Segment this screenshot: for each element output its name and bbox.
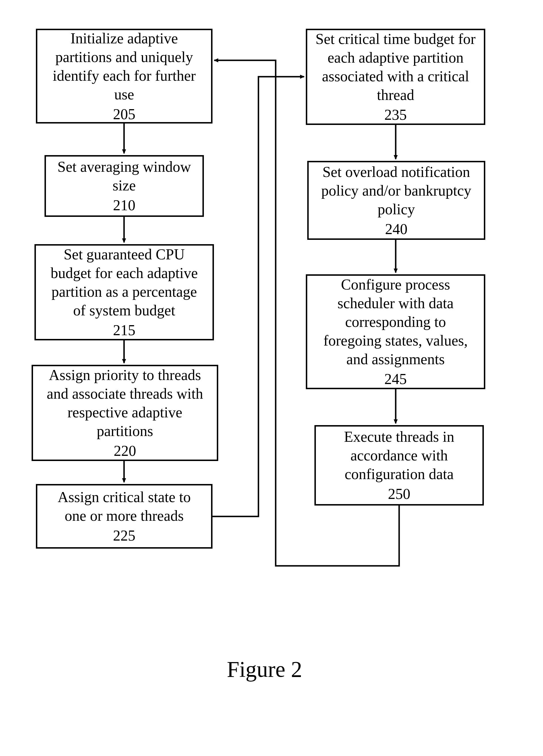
box-245-text: Configure process scheduler with data co… (315, 275, 476, 369)
box-205: Initialize adaptive partitions and uniqu… (36, 29, 212, 124)
box-220-text: Assign priority to threads and associate… (41, 366, 209, 440)
box-210-ref: 210 (113, 196, 136, 215)
box-225: Assign critical state to one or more thr… (36, 484, 212, 549)
box-220: Assign priority to threads and associate… (32, 365, 218, 461)
box-235: Set critical time budget for each adapti… (306, 29, 485, 125)
page: Initialize adaptive partitions and uniqu… (0, 0, 543, 756)
box-250-text: Execute threads in accordance with confi… (324, 427, 474, 483)
figure-caption: Figure 2 (227, 656, 302, 682)
box-250: Execute threads in accordance with confi… (314, 425, 484, 506)
box-210-text: Set averaging window size (54, 157, 194, 195)
box-215-text: Set guaranteed CPU budget for each adapt… (44, 245, 204, 320)
box-250-ref: 250 (388, 485, 410, 503)
box-240-text: Set overload notification policy and/or … (317, 163, 476, 219)
box-215: Set guaranteed CPU budget for each adapt… (34, 244, 214, 340)
box-235-text: Set critical time budget for each adapti… (315, 30, 476, 104)
box-225-text: Assign critical state to one or more thr… (45, 488, 203, 525)
box-205-text: Initialize adaptive partitions and uniqu… (45, 29, 203, 104)
box-240: Set overload notification policy and/or … (307, 161, 485, 240)
box-245: Configure process scheduler with data co… (306, 274, 485, 389)
box-215-ref: 215 (113, 321, 136, 340)
box-240-ref: 240 (385, 220, 407, 238)
box-220-ref: 220 (114, 441, 136, 460)
box-235-ref: 235 (384, 105, 407, 124)
box-245-ref: 245 (384, 370, 407, 388)
arrow-225-235 (212, 77, 304, 516)
box-225-ref: 225 (113, 526, 136, 545)
box-210: Set averaging window size 210 (45, 155, 204, 217)
box-205-ref: 205 (113, 105, 136, 124)
